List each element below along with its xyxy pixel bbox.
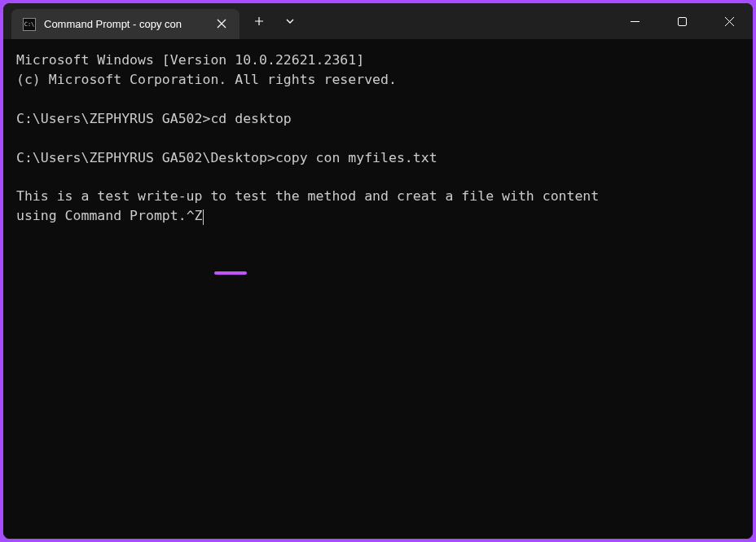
maximize-icon [678,17,687,26]
minimize-button[interactable] [611,3,658,39]
command-text: copy con myfiles.txt [275,150,437,165]
titlebar-actions [244,3,305,39]
close-icon [725,17,734,26]
output-line: Microsoft Windows [Version 10.0.22621.23… [16,52,364,68]
tab-dropdown-button[interactable] [275,8,305,34]
cmd-icon: C:\ [23,18,36,31]
chevron-down-icon [285,16,295,26]
window-controls [611,3,753,39]
highlight-underline [214,271,247,275]
input-text: This is a test write-up to test the meth… [16,188,599,204]
svg-rect-0 [678,17,686,25]
terminal-body[interactable]: Microsoft Windows [Version 10.0.22621.23… [3,39,753,539]
ctrl-z-eof: ^Z [187,208,203,223]
prompt-prefix: C:\Users\ZEPHYRUS GA502> [16,111,210,126]
plus-icon [254,16,264,26]
close-window-button[interactable] [705,3,753,39]
active-tab[interactable]: C:\ Command Prompt - copy con [11,9,240,39]
titlebar[interactable]: C:\ Command Prompt - copy con [3,3,753,39]
new-tab-button[interactable] [244,8,274,34]
command-text: cd desktop [210,111,291,126]
prompt-prefix: C:\Users\ZEPHYRUS GA502\Desktop> [16,150,275,165]
tab-title: Command Prompt - copy con [44,18,205,30]
input-text: using Command Prompt. [16,208,187,223]
output-line: (c) Microsoft Corporation. All rights re… [16,72,397,87]
maximize-button[interactable] [658,3,705,39]
terminal-window: C:\ Command Prompt - copy con [3,3,753,539]
close-icon [217,19,226,29]
close-tab-button[interactable] [213,15,230,34]
minimize-icon [631,17,640,26]
cursor [203,209,204,225]
